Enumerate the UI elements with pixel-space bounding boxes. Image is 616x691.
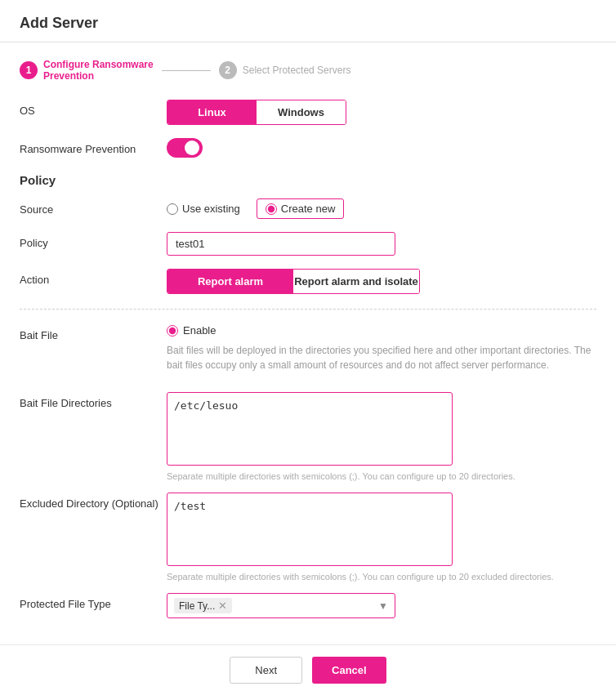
dropdown-arrow-icon: ▼ bbox=[378, 600, 388, 612]
policy-input[interactable] bbox=[167, 232, 395, 256]
step-2-label: Select Protected Servers bbox=[243, 65, 351, 76]
source-radio-group: Use existing Create new bbox=[167, 198, 596, 219]
ransomware-toggle[interactable] bbox=[167, 138, 203, 158]
file-type-tag: File Ty... ✕ bbox=[174, 598, 232, 613]
os-row: OS Linux Windows bbox=[20, 100, 596, 125]
bait-directories-control: /etc/lesuo Separate multiple directories… bbox=[167, 392, 596, 481]
toggle-slider bbox=[167, 138, 203, 158]
file-type-label: Protected File Type bbox=[20, 593, 167, 610]
step-2: 2 Select Protected Servers bbox=[219, 61, 351, 79]
ransomware-control bbox=[167, 138, 596, 160]
source-row: Source Use existing Create new bbox=[20, 198, 596, 219]
excluded-directory-label: Excluded Directory (Optional) bbox=[20, 493, 167, 510]
bait-directories-row: Bait File Directories /etc/lesuo Separat… bbox=[20, 392, 596, 481]
section-divider bbox=[20, 309, 596, 310]
ransomware-row: Ransomware Prevention bbox=[20, 138, 596, 160]
excluded-directory-row: Excluded Directory (Optional) /test Sepa… bbox=[20, 493, 596, 582]
bait-file-row: Bait File Enable Bait files will be depl… bbox=[20, 324, 596, 381]
bait-directories-hint: Separate multiple directories with semic… bbox=[167, 471, 596, 481]
step-2-circle: 2 bbox=[219, 61, 237, 79]
bait-file-label: Bait File bbox=[20, 324, 167, 341]
report-alarm-isolate-button[interactable]: Report alarm and isolate bbox=[293, 270, 419, 293]
source-create-new[interactable]: Create new bbox=[257, 198, 344, 219]
excluded-directory-control: /test Separate multiple directories with… bbox=[167, 493, 596, 582]
step-connector bbox=[162, 70, 211, 71]
bait-description: Bait files will be deployed in the direc… bbox=[167, 343, 596, 372]
use-existing-radio[interactable] bbox=[167, 203, 178, 215]
os-linux-button[interactable]: Linux bbox=[167, 100, 257, 124]
stepper: 1 Configure Ransomware Prevention 2 Sele… bbox=[20, 59, 596, 82]
main-content: 1 Configure Ransomware Prevention 2 Sele… bbox=[0, 42, 616, 691]
use-existing-label: Use existing bbox=[182, 203, 240, 215]
action-toggle-group: Report alarm Report alarm and isolate bbox=[167, 269, 420, 294]
source-label: Source bbox=[20, 198, 167, 216]
source-use-existing[interactable]: Use existing bbox=[167, 203, 240, 215]
excluded-directory-hint: Separate multiple directories with semic… bbox=[167, 572, 596, 582]
bottom-bar: Next Cancel bbox=[0, 644, 616, 691]
bait-directories-textarea[interactable]: /etc/lesuo bbox=[167, 392, 453, 466]
step-1-label: Configure Ransomware Prevention bbox=[43, 59, 154, 82]
report-alarm-button[interactable]: Report alarm bbox=[167, 270, 293, 293]
cancel-button[interactable]: Cancel bbox=[312, 657, 386, 684]
os-control: Linux Windows bbox=[167, 100, 596, 125]
bait-enable-radio[interactable] bbox=[167, 325, 178, 337]
next-button[interactable]: Next bbox=[230, 657, 302, 684]
bait-directories-label: Bait File Directories bbox=[20, 392, 167, 409]
page-title: Add Server bbox=[0, 0, 616, 42]
create-new-label: Create new bbox=[281, 203, 335, 215]
os-windows-button[interactable]: Windows bbox=[257, 100, 346, 124]
os-toggle-group: Linux Windows bbox=[167, 100, 346, 125]
file-type-remove-icon[interactable]: ✕ bbox=[218, 600, 227, 612]
policy-heading: Policy bbox=[20, 173, 596, 187]
file-type-dropdown[interactable]: File Ty... ✕ ▼ bbox=[167, 593, 395, 618]
create-new-radio[interactable] bbox=[266, 203, 277, 215]
source-control: Use existing Create new bbox=[167, 198, 596, 219]
bait-enable-radio-label[interactable]: Enable bbox=[167, 324, 596, 337]
step-1-circle: 1 bbox=[20, 61, 38, 79]
excluded-directory-textarea[interactable]: /test bbox=[167, 493, 453, 566]
action-control: Report alarm Report alarm and isolate bbox=[167, 269, 596, 294]
step-1: 1 Configure Ransomware Prevention bbox=[20, 59, 154, 82]
bait-file-control: Enable Bait files will be deployed in th… bbox=[167, 324, 596, 381]
action-row: Action Report alarm Report alarm and iso… bbox=[20, 269, 596, 294]
bait-enable-text: Enable bbox=[183, 324, 216, 337]
policy-row: Policy bbox=[20, 232, 596, 256]
policy-input-control bbox=[167, 232, 596, 256]
file-type-row: Protected File Type File Ty... ✕ ▼ bbox=[20, 593, 596, 618]
ransomware-label: Ransomware Prevention bbox=[20, 138, 167, 155]
os-label: OS bbox=[20, 100, 167, 117]
file-type-tag-text: File Ty... bbox=[179, 600, 215, 612]
file-type-control: File Ty... ✕ ▼ bbox=[167, 593, 596, 618]
action-label: Action bbox=[20, 269, 167, 286]
page-container: Add Server 1 Configure Ransomware Preven… bbox=[0, 0, 616, 691]
policy-label: Policy bbox=[20, 232, 167, 249]
